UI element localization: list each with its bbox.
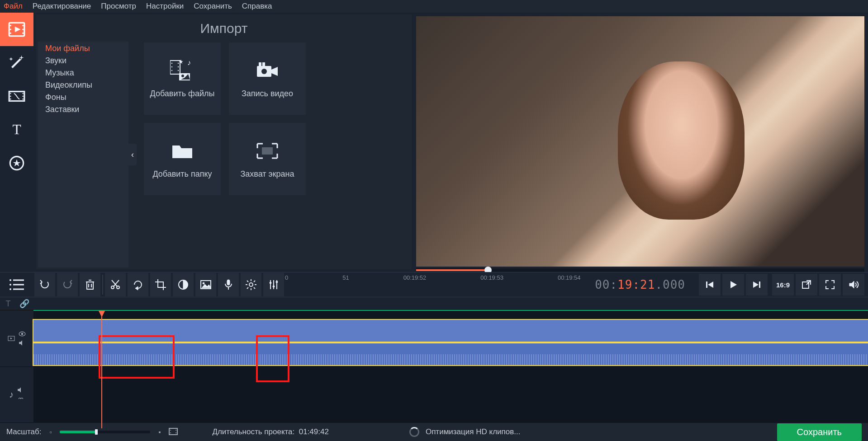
- menu-edit[interactable]: Редактирование: [33, 2, 91, 11]
- svg-line-9: [12, 59, 21, 68]
- color-button[interactable]: [173, 273, 194, 296]
- timecode-display: 00:19:21.000: [595, 278, 685, 291]
- audio-track-head[interactable]: ♪: [0, 367, 33, 423]
- delete-button[interactable]: [80, 273, 100, 296]
- timeline-list-toggle[interactable]: [0, 273, 33, 296]
- zoom-out-icon[interactable]: ▫: [49, 428, 52, 436]
- prev-button[interactable]: [699, 274, 721, 296]
- eye-icon[interactable]: [19, 330, 26, 338]
- next-button[interactable]: [746, 274, 768, 296]
- fullscreen-button[interactable]: [819, 274, 841, 296]
- tool-transitions[interactable]: [0, 80, 33, 113]
- svg-point-16: [22, 99, 24, 100]
- play-button[interactable]: [722, 274, 744, 296]
- tracks-area: ♪: [0, 310, 868, 423]
- svg-point-41: [9, 288, 11, 290]
- play-icon: [729, 280, 738, 289]
- sidebar-item-sounds[interactable]: Звуки: [38, 55, 128, 67]
- tool-stickers[interactable]: [0, 146, 33, 180]
- ruler-tick: 00:19:54: [558, 274, 581, 281]
- ruler-tick: 00:19:52: [403, 274, 427, 281]
- svg-point-6: [22, 28, 24, 30]
- svg-point-14: [22, 93, 24, 94]
- preview-seekbar[interactable]: [416, 268, 864, 272]
- image-button[interactable]: [195, 273, 216, 296]
- link-icon[interactable]: 🔗: [16, 299, 33, 309]
- playhead[interactable]: [101, 311, 102, 428]
- svg-marker-52: [135, 286, 138, 290]
- optimize-label: Оптимизация HD клипов...: [426, 427, 521, 436]
- save-button[interactable]: Сохранить: [777, 423, 862, 441]
- svg-point-59: [249, 283, 253, 286]
- svg-text:♪: ♪: [187, 60, 191, 66]
- skip-back-icon: [705, 280, 714, 289]
- transition-icon: [7, 87, 26, 106]
- menu-settings[interactable]: Настройки: [146, 2, 184, 11]
- crop-button[interactable]: [150, 273, 171, 296]
- svg-point-37: [9, 279, 11, 281]
- timeline-toolbar: 0 51 00:19:52 00:19:53 00:19:54 00:19:55…: [0, 272, 868, 297]
- sidebar-collapse[interactable]: ‹: [128, 144, 137, 165]
- tracks-canvas[interactable]: [33, 310, 868, 423]
- skip-forward-icon: [752, 280, 761, 289]
- aspect-button[interactable]: 16:9: [772, 274, 794, 296]
- svg-point-26: [178, 70, 179, 71]
- card-screen-capture-label: Захват экрана: [240, 169, 294, 179]
- preview-video[interactable]: [416, 16, 864, 267]
- menu-file[interactable]: Файл: [4, 2, 23, 11]
- cut-button[interactable]: [105, 273, 126, 296]
- tool-effects[interactable]: [0, 46, 33, 80]
- tool-strip: T: [0, 13, 33, 272]
- redo-button[interactable]: [57, 273, 78, 296]
- popout-button[interactable]: [796, 274, 817, 296]
- video-track-head[interactable]: [0, 310, 33, 367]
- svg-point-82: [175, 430, 176, 431]
- status-bar: Масштаб: ▫ ▪ Длительность проекта: 01:49…: [0, 423, 868, 441]
- fullscreen-icon: [825, 279, 835, 290]
- scissors-icon: [109, 278, 122, 291]
- zoom-fit-icon[interactable]: [169, 428, 178, 436]
- tool-titles[interactable]: T: [0, 113, 33, 146]
- import-title: Импорт: [36, 14, 412, 40]
- volume-button[interactable]: [843, 274, 864, 296]
- text-icon: T: [7, 120, 26, 139]
- card-record-video[interactable]: Запись видео: [229, 42, 306, 115]
- timeline-ruler[interactable]: 0 51 00:19:52 00:19:53 00:19:54 00:19:55: [285, 272, 581, 297]
- svg-point-35: [261, 69, 267, 74]
- sidebar-item-clips[interactable]: Видеоклипы: [38, 79, 128, 91]
- link-small-icon[interactable]: [17, 395, 24, 403]
- svg-point-29: [181, 75, 184, 77]
- svg-point-13: [10, 99, 11, 100]
- card-record-video-label: Запись видео: [242, 89, 293, 99]
- menu-view[interactable]: Просмотр: [101, 2, 136, 11]
- zoom-slider[interactable]: [60, 431, 150, 433]
- zoom-in-icon[interactable]: ▪: [158, 428, 161, 436]
- sidebar-item-backgrounds[interactable]: Фоны: [38, 91, 128, 103]
- equalizer-button[interactable]: [263, 273, 284, 296]
- sidebar-item-myfiles[interactable]: Мои файлы: [38, 42, 128, 55]
- settings-clip-button[interactable]: [241, 273, 261, 296]
- menu-save[interactable]: Сохранить: [194, 2, 232, 11]
- menu-help[interactable]: Справка: [242, 2, 272, 11]
- svg-rect-36: [262, 147, 273, 155]
- card-add-folder[interactable]: Добавить папку: [144, 123, 221, 195]
- seekbar-fill: [416, 269, 488, 271]
- svg-marker-77: [19, 340, 22, 345]
- card-add-files[interactable]: ♪ Добавить файлы: [144, 42, 221, 115]
- svg-point-55: [203, 282, 204, 284]
- import-sidebar: Мои файлы Звуки Музыка Видеоклипы Фоны З…: [38, 42, 128, 267]
- sidebar-item-intros[interactable]: Заставки: [38, 103, 128, 116]
- mic-button[interactable]: [218, 273, 239, 296]
- transport-controls: [699, 274, 768, 296]
- menu-bar: Файл Редактирование Просмотр Настройки С…: [0, 0, 868, 13]
- image-icon: [199, 278, 212, 291]
- rotate-button[interactable]: [128, 273, 148, 296]
- sidebar-item-music[interactable]: Музыка: [38, 67, 128, 79]
- card-screen-capture[interactable]: Захват экрана: [229, 123, 306, 195]
- speaker-icon[interactable]: [19, 339, 26, 347]
- music-note-icon: ♪: [9, 389, 14, 400]
- undo-button[interactable]: [34, 273, 55, 296]
- zoom-knob[interactable]: [95, 429, 98, 435]
- speaker-icon[interactable]: [17, 386, 24, 394]
- tool-import[interactable]: [0, 13, 33, 46]
